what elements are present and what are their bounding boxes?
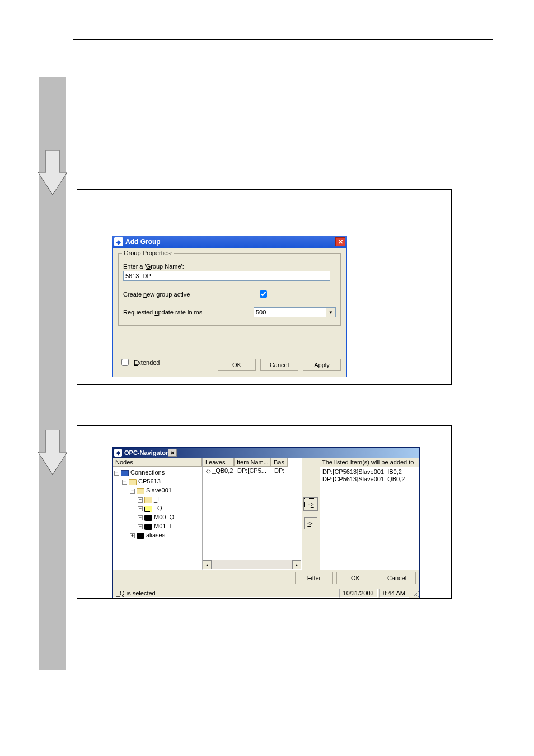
status-date: 10/31/2003 — [339, 589, 378, 598]
add-item-button[interactable]: ··> — [304, 498, 317, 510]
create-active-label: Create new group active — [123, 291, 257, 298]
tree-node-slave001[interactable]: −Slave001 — [114, 486, 200, 495]
diamond-icon: ◇ — [206, 467, 210, 474]
folder-open-icon — [129, 479, 137, 485]
col-bas[interactable]: Bas — [271, 458, 288, 467]
leaves-headers: Leaves Item Nam... Bas — [203, 458, 301, 467]
filter-button[interactable]: Filter — [295, 572, 333, 584]
tree-node-m00q[interactable]: +M00_Q — [114, 513, 200, 522]
step-arrow-1 — [38, 150, 65, 190]
ok-button[interactable]: OK — [218, 359, 256, 371]
status-text: _Q is selected — [113, 589, 339, 598]
added-items-header: The listed Item(s) will be added to — [320, 458, 419, 467]
horizontal-scrollbar[interactable]: ◂ ▸ — [203, 560, 301, 569]
transfer-buttons: ··> <·· — [302, 458, 320, 570]
folder-icon — [144, 497, 152, 503]
list-item[interactable]: DP:[CP5613]Slave001_IB0,2 — [322, 468, 416, 476]
nodes-tree-panel: Nodes −Connections −CP5613 −Slave001 +_I… — [113, 458, 202, 570]
svg-line-2 — [418, 596, 419, 597]
update-rate-input[interactable] — [254, 307, 326, 317]
connections-icon — [121, 470, 129, 476]
list-row[interactable]: ◇ _QB0,2 DP:[CP5... DP: — [203, 467, 301, 475]
group-properties-legend: Group Properties: — [122, 250, 174, 256]
status-time: 8:44 AM — [379, 589, 409, 598]
opc-body: Nodes −Connections −CP5613 −Slave001 +_I… — [113, 458, 419, 570]
col-leaves[interactable]: Leaves — [203, 458, 234, 467]
app-icon: ◆ — [114, 449, 122, 457]
cell-leaves: _QB0,2 — [212, 467, 233, 474]
add-group-titlebar: ◆ Add Group ✕ — [112, 236, 347, 248]
group-name-input[interactable] — [123, 271, 330, 281]
nodes-tree[interactable]: −Connections −CP5613 −Slave001 +_I +_Q +… — [113, 467, 202, 569]
remove-item-button[interactable]: <·· — [304, 517, 317, 529]
tree-node-q[interactable]: +_Q — [114, 504, 200, 513]
leaves-list: Leaves Item Nam... Bas ◇ _QB0,2 DP:[CP5.… — [202, 458, 302, 570]
scroll-left-icon[interactable]: ◂ — [203, 560, 212, 569]
col-itemname[interactable]: Item Nam... — [234, 458, 271, 467]
tree-node-m01i[interactable]: +M01_I — [114, 522, 200, 530]
opc-titlebar: ◆ OPC-Navigator ✕ — [113, 448, 419, 458]
close-icon[interactable]: ✕ — [335, 237, 345, 246]
figure-opc-navigator: ◆ OPC-Navigator ✕ Nodes −Connections −CP… — [77, 425, 452, 599]
step-arrow-2 — [38, 430, 65, 470]
tree-node-i[interactable]: +_I — [114, 495, 200, 504]
add-group-dialog: Group Properties: Enter a 'Group Name': … — [112, 248, 347, 377]
extended-checkbox[interactable] — [121, 359, 129, 366]
opc-button-row: Filter OK Cancel — [113, 570, 419, 588]
tree-node-cp5613[interactable]: −CP5613 — [114, 477, 200, 486]
figure-add-group: ◆ Add Group ✕ Group Properties: Enter a … — [77, 189, 452, 385]
nodes-header: Nodes — [113, 458, 202, 467]
extended-label: Extended — [134, 359, 160, 366]
create-active-checkbox[interactable] — [260, 290, 267, 298]
chevron-down-icon[interactable]: ▼ — [326, 307, 336, 317]
binoculars-icon — [137, 533, 144, 539]
add-group-title: Add Group — [125, 238, 161, 246]
scroll-track[interactable] — [212, 560, 292, 569]
ok-button[interactable]: OK — [336, 572, 374, 584]
apply-button[interactable]: Apply — [303, 359, 341, 371]
binoculars-icon — [144, 515, 152, 521]
scroll-right-icon[interactable]: ▸ — [292, 560, 301, 569]
update-rate-label: Requested update rate in ms — [123, 309, 254, 316]
tree-node-aliases[interactable]: +aliases — [114, 530, 200, 539]
update-rate-combo[interactable]: ▼ — [254, 307, 336, 317]
cell-itemname: DP:[CP5... — [235, 467, 272, 475]
opc-navigator-window: ◆ OPC-Navigator ✕ Nodes −Connections −CP… — [112, 447, 420, 598]
resize-grip-icon[interactable] — [410, 589, 419, 598]
status-bar: _Q is selected 10/31/2003 8:44 AM — [113, 588, 419, 598]
cancel-button[interactable]: Cancel — [378, 572, 416, 584]
added-items-panel: The listed Item(s) will be added to DP:[… — [320, 458, 419, 570]
folder-open-icon — [137, 488, 144, 494]
cancel-button[interactable]: Cancel — [260, 359, 298, 371]
cell-bas: DP: — [272, 467, 289, 475]
tree-node-connections[interactable]: −Connections — [114, 468, 200, 477]
list-item[interactable]: DP:[CP5613]Slave001_QB0,2 — [322, 476, 416, 483]
header-divider — [73, 39, 493, 40]
group-properties-box: Group Properties: Enter a 'Group Name': … — [118, 253, 341, 326]
close-icon[interactable]: ✕ — [168, 449, 177, 457]
opc-title-text: OPC-Navigator — [124, 449, 168, 456]
folder-open-icon — [144, 506, 152, 512]
group-name-label: Enter a 'Group Name': — [123, 263, 336, 270]
added-items-list[interactable]: DP:[CP5613]Slave001_IB0,2 DP:[CP5613]Sla… — [320, 467, 419, 570]
app-icon: ◆ — [114, 237, 123, 246]
binoculars-icon — [144, 524, 152, 530]
